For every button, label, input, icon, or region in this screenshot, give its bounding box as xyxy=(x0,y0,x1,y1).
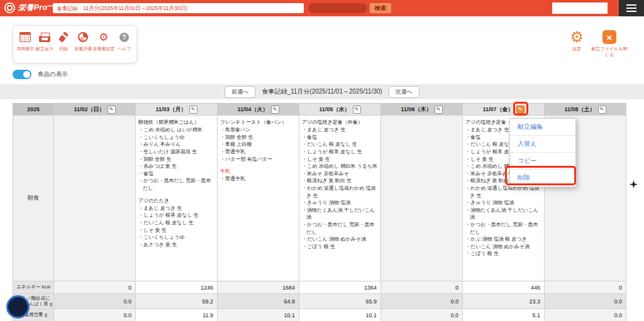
app-logo: 栄養Pronet xyxy=(4,3,54,13)
year-cell: 2025 xyxy=(13,104,54,116)
food-item: ・漬物たくあん漬 干しだいこん漬 xyxy=(465,207,541,221)
food-item: ・角形食パン xyxy=(220,126,296,134)
edit-day-icon[interactable]: ✎ xyxy=(353,106,361,114)
day-header-label: 11/05（水） xyxy=(319,106,350,114)
day-header-label: 11/07（金） xyxy=(482,106,513,114)
day-header-label: 11/04（火） xyxy=(237,106,268,114)
toolbar-label: ヘルプ xyxy=(118,46,131,52)
menu-item-delete[interactable]: 削除 xyxy=(510,170,575,187)
toolbar-delete[interactable]: 削除 xyxy=(54,30,74,52)
toolbar-label: 月間表示 xyxy=(16,46,34,52)
meal-title: アジのたたき xyxy=(138,197,214,204)
toolbar-nutrition-eval[interactable]: 栄養評価 xyxy=(74,30,93,52)
nutrition-value: 1684 xyxy=(218,281,299,294)
food-item: ・鶏卵 全卵 生 xyxy=(138,156,214,163)
edit-day-icon[interactable]: ✎ xyxy=(598,106,606,114)
floating-circle-button[interactable] xyxy=(6,295,30,318)
food-item: ・こめ 水稲めし 精白米 うるち米 xyxy=(302,163,378,170)
help-icon: ? xyxy=(119,33,129,42)
nutrition-value: 0 xyxy=(54,281,136,294)
next-week-button[interactable]: 次週へ xyxy=(389,86,419,98)
edit-day-icon[interactable]: ✎ xyxy=(108,106,116,114)
app-logo-text: 栄養Pronet xyxy=(18,3,54,13)
menu-item-replace[interactable]: 入替え xyxy=(510,136,575,153)
day-header-label: 11/08（土） xyxy=(564,106,595,114)
sparkle-handle-icon xyxy=(630,180,638,188)
food-display-toggle[interactable] xyxy=(13,70,31,79)
week-range-title: 食事記録_11月分(2025/11/01～2025/11/30) xyxy=(262,87,382,96)
day-meals-cell[interactable]: フレンチトースト（食パン）・角形食パン・鶏卵 全卵 生・車糖 上白糖・普通牛乳・… xyxy=(218,116,299,281)
toolbar-menu-output[interactable]: 献立出力 xyxy=(35,30,55,52)
food-item: ・まあじ 皮つき 生 xyxy=(302,126,378,134)
day-meals-cell[interactable]: 卵雑炊（胚芽精米ごはん）・こめ 水稲めし はいが精米・こいくちしょうゆ・みりん … xyxy=(136,116,218,281)
hamburger-menu-icon[interactable] xyxy=(619,0,644,16)
toolbar-monthly-view[interactable]: 月間表示 xyxy=(16,30,35,52)
edit-day-icon[interactable]: ✎ xyxy=(189,106,197,114)
nutrition-value: 0.0 xyxy=(381,294,463,309)
nutrition-value: 23.3 xyxy=(463,294,545,309)
day-header: 11/07（金）✎ xyxy=(463,104,545,116)
toolbar-label: 栄養素設定 xyxy=(92,46,114,52)
week-nav: 前週へ 食事記録_11月分(2025/11/01～2025/11/30) 次週へ xyxy=(0,84,644,99)
food-item: ・普通牛乳 xyxy=(220,175,296,183)
day-meals-cell[interactable]: アジの塩焼き定食（外食）・まあじ 皮つき 生・食塩・だいこん 根 皮なし 生・し… xyxy=(299,116,381,281)
close-menu-file-label: 献立ファイルを閉じる xyxy=(591,46,628,57)
food-item: ・ごぼう 根 生 xyxy=(465,250,541,258)
close-menu-file-button[interactable]: × 献立ファイルを閉じる xyxy=(591,30,628,57)
food-item: ・こいくちしょうゆ xyxy=(138,234,214,241)
nutrition-value: 0.0 xyxy=(545,294,626,309)
prev-week-button[interactable]: 前週へ xyxy=(225,86,255,98)
food-item: ・生しいたけ 菌床栽培 生 xyxy=(138,148,214,156)
close-icon: × xyxy=(602,30,616,44)
day-header: 11/02（日）✎ xyxy=(54,104,136,116)
food-item: ・鶏卵 全卵 生 xyxy=(220,134,296,141)
day-meals-cell[interactable] xyxy=(381,116,463,281)
day-header-label: 11/06（木） xyxy=(401,106,431,114)
food-item: ・かつお・昆布だし 荒節・昆布だし xyxy=(465,221,541,236)
nutrition-row-label: エネルギー kcal xyxy=(13,281,54,294)
open-file-label[interactable]: 食事記録 11月分(2025年11月01日～2025年11月30日) xyxy=(53,3,304,13)
user-area-blank xyxy=(552,3,608,14)
food-item: ・こいくちしょうゆ xyxy=(138,134,214,141)
food-item: ・糸みつば 葉 生 xyxy=(138,163,214,170)
nutrition-value: 10.1 xyxy=(218,309,299,321)
menu-output-icon xyxy=(39,36,50,42)
nutrition-value: 59.2 xyxy=(136,294,218,309)
settings-button[interactable]: ⚙ 設定 xyxy=(570,30,584,52)
toolbar-help[interactable]: ?ヘルプ xyxy=(114,30,134,52)
day-meals-cell[interactable] xyxy=(54,116,136,281)
menu-item-edit[interactable]: 献立編集 xyxy=(510,119,575,136)
toolbar-label: 栄養評価 xyxy=(74,46,92,52)
day-header: 11/06（木）✎ xyxy=(381,104,463,116)
search-button[interactable]: 検索 xyxy=(370,3,391,13)
edit-day-icon[interactable]: ✎ xyxy=(516,106,525,114)
food-item: ・車糖 上白糖 xyxy=(220,141,296,148)
toolbar-label: 献立出力 xyxy=(36,46,53,52)
topbar: 栄養Pronet 食事記録 11月分(2025年11月01日～2025年11月3… xyxy=(0,0,644,16)
nutrition-value: 11.9 xyxy=(136,309,218,321)
food-item: ・きゅうり 漬物 塩漬 xyxy=(302,199,378,207)
menu-item-copy[interactable]: コピー xyxy=(510,153,575,170)
food-item: ・みりん 本みりん xyxy=(138,141,214,148)
food-item: ・漬物たくあん漬 干しだいこん漬 xyxy=(302,207,378,221)
edit-day-icon[interactable]: ✎ xyxy=(435,106,443,114)
toolbar-nutrient-settings[interactable]: ⚙栄養素設定 xyxy=(92,30,114,52)
food-item: ・だいこん 漬物 ぬかみそ漬 xyxy=(465,243,541,251)
global-search-input[interactable] xyxy=(308,3,367,13)
food-item: ・バター類 有塩バター xyxy=(220,156,296,163)
food-item: ・根深ねぎ 葉 軟白 生 xyxy=(302,177,378,185)
food-display-toggle-label: 食品の表示 xyxy=(38,70,68,79)
nutrition-value: 10.1 xyxy=(299,309,381,321)
food-item: ・ごぼう 根 生 xyxy=(302,243,378,251)
nutrition-value: 1246 xyxy=(136,281,218,294)
settings-label: 設定 xyxy=(572,46,581,52)
day-header: 11/08（土）✎ xyxy=(545,104,626,116)
meal-title: 牛乳 xyxy=(220,168,296,175)
nutrition-eval-icon xyxy=(78,32,88,42)
food-item: ・わかめ 湯通し塩蔵わかめ 塩抜き 生 xyxy=(302,185,378,199)
food-item: ・まあじ 皮つき 生 xyxy=(138,205,214,212)
food-item: ・かつお・昆布だし 荒節・昆布だし xyxy=(138,177,214,192)
food-item: ・かぶ 漬物 塩漬 根 皮つき xyxy=(465,236,541,243)
edit-day-icon[interactable]: ✎ xyxy=(271,106,279,114)
monthly-view-icon xyxy=(19,32,31,42)
